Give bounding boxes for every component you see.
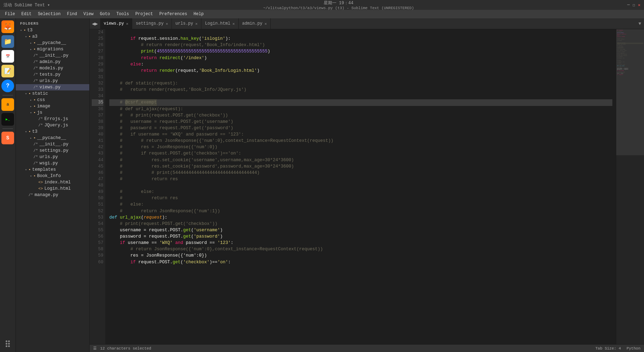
- tab-label: urls.py: [175, 21, 193, 26]
- selection-status: 12 characters selected: [100, 346, 151, 351]
- code-line-43: # if request.POST.get('checkbox')=='on':: [109, 150, 612, 157]
- tree-arrow: ▸: [28, 136, 33, 140]
- window-title: ~/vlitualpython/t3/a3/views.py (t3) - Su…: [50, 6, 627, 10]
- menu-selection[interactable]: Selection: [35, 11, 64, 17]
- sidebar-item-wsgi[interactable]: /* wsgi.py: [16, 160, 89, 166]
- sidebar-item-image[interactable]: ▸ ▪ image: [16, 103, 89, 109]
- menu-tools[interactable]: Tools: [114, 11, 132, 17]
- maximize-button[interactable]: ☐: [633, 2, 635, 8]
- tab-size-status[interactable]: Tab Size: 4: [595, 346, 621, 351]
- minimap-content: if request # return print(4555) return r…: [616, 29, 644, 344]
- sidebar-item-book-info[interactable]: ▾ ▪ Book_Info: [16, 173, 89, 179]
- tab-overflow-button[interactable]: ▼: [636, 21, 644, 26]
- tab-close-settings[interactable]: ✕: [166, 21, 168, 26]
- folder-icon: ▪: [28, 168, 31, 172]
- sidebar-item-pycache[interactable]: ▸ ▪ __pycache__: [16, 40, 89, 46]
- html-file-icon: <>: [38, 187, 43, 191]
- sidebar-item-t3[interactable]: ▾ ▪ t3: [16, 27, 89, 33]
- sidebar-item-errojs[interactable]: /* Errojs.js: [16, 116, 89, 122]
- tab-close-login[interactable]: ✕: [232, 21, 235, 26]
- menu-goto[interactable]: Goto: [97, 11, 113, 17]
- line-numbers: 24 25 26 27 28 29 30 31 32 33 34 35 36 3…: [90, 29, 106, 344]
- sidebar-item-urls-a3[interactable]: /* urls.py: [16, 78, 89, 84]
- menu-help[interactable]: Help: [191, 11, 207, 17]
- dock-dot-6: [8, 345, 10, 347]
- dock-dot-5: [6, 345, 7, 347]
- code-line-35: # @csrf_exempt: [109, 99, 612, 106]
- minimize-button[interactable]: —: [627, 2, 630, 7]
- top-bar-center: 星期一 19：44 ~/vlitualpython/t3/a3/views.py…: [50, 0, 627, 10]
- dock-terminal[interactable]: ▶_: [1, 113, 14, 126]
- code-line-32: # def static(request):: [109, 80, 612, 87]
- sidebar-item-admin[interactable]: /* admin.py: [16, 59, 89, 65]
- tab-admin-py[interactable]: admin.py ✕: [239, 18, 271, 29]
- sidebar-item-init[interactable]: /* __init__.py: [16, 52, 89, 59]
- sidebar-item-manage[interactable]: /* manage.py: [16, 192, 89, 198]
- dock-separator2: [2, 128, 13, 129]
- dock-sublime[interactable]: S: [1, 132, 14, 144]
- language-status[interactable]: Python: [626, 346, 640, 351]
- menu-preferences[interactable]: Preferences: [156, 11, 190, 17]
- close-button[interactable]: ✕: [638, 2, 640, 8]
- code-line-33: # return render(request,'Book_Info/JQuer…: [109, 87, 612, 93]
- code-editor: 24 25 26 27 28 29 30 31 32 33 34 35 36 3…: [90, 29, 644, 344]
- tab-close-admin[interactable]: ✕: [264, 21, 267, 26]
- dock-files[interactable]: 📁: [1, 35, 14, 48]
- code-line-41: # # return JsonResponse({'num':0},contex…: [109, 138, 612, 144]
- code-line-60: if request.POST.get('checkbox')=='on':: [109, 259, 612, 265]
- dock-amazon[interactable]: a: [1, 98, 14, 111]
- sidebar-item-migrations[interactable]: ▸ ▪ migrations: [16, 46, 89, 52]
- menu-file[interactable]: File: [2, 11, 18, 17]
- file-icon: /*: [33, 161, 38, 165]
- dock-firefox[interactable]: 🦊: [1, 20, 14, 33]
- code-line-25: if request.session.has_key('islogin'):: [109, 36, 612, 42]
- sidebar-item-pycache2[interactable]: ▸ ▪ __pycache__: [16, 135, 89, 141]
- code-line-42: # res = JsonResponse({'num':0}): [109, 144, 612, 150]
- folder-icon: ▪: [33, 136, 36, 140]
- menu-edit[interactable]: Edit: [19, 11, 34, 17]
- menu-view[interactable]: View: [80, 11, 96, 17]
- top-bar-right[interactable]: — ☐ ✕: [627, 2, 640, 8]
- menu-project[interactable]: Project: [133, 11, 156, 17]
- sidebar-item-init2[interactable]: /* __init__.py: [16, 141, 89, 147]
- dock-notes[interactable]: 📝: [1, 65, 14, 77]
- folder-icon: ▪: [24, 28, 26, 32]
- sidebar-item-templates[interactable]: ▾ ▪ templates: [16, 166, 89, 173]
- code-line-34: [109, 93, 612, 99]
- menu-find[interactable]: Find: [64, 11, 80, 17]
- tab-close-views[interactable]: ✕: [126, 21, 129, 26]
- folder-icon: ▪: [33, 41, 36, 45]
- sidebar-item-settings[interactable]: /* settings.py: [16, 147, 89, 154]
- dock-dot-3: [6, 343, 7, 345]
- code-line-36: # def url_ajax(request):: [109, 106, 612, 112]
- tab-urls-py[interactable]: urls.py ✕: [172, 18, 201, 29]
- sidebar-item-t3-sub[interactable]: ▾ ▪ t3: [16, 128, 89, 135]
- sidebar-item-index-html[interactable]: <> index.html: [16, 179, 89, 186]
- tab-login-html[interactable]: Login.html ✕: [201, 18, 239, 29]
- sidebar-item-jquery[interactable]: /* JQuery.js: [16, 122, 89, 128]
- code-line-37: # # print(request.POST.get('checkbox')): [109, 112, 612, 119]
- minimap[interactable]: if request # return print(4555) return r…: [616, 29, 644, 344]
- code-line-53: def url_ajax(request):: [109, 214, 612, 221]
- sidebar-item-static[interactable]: ▾ ▪ static: [16, 90, 89, 97]
- sidebar-item-models[interactable]: /* models.py: [16, 65, 89, 71]
- sidebar-toggle-button[interactable]: ◀▶: [90, 18, 100, 29]
- sidebar-item-tests[interactable]: /* tests.py: [16, 71, 89, 78]
- tab-settings-py[interactable]: settings.py ✕: [132, 18, 172, 29]
- sidebar-item-views[interactable]: /* views.py: [16, 84, 89, 90]
- dock-dot-1: [6, 340, 7, 342]
- sidebar-item-login-html[interactable]: <> Login.html: [16, 186, 89, 192]
- sidebar-item-a3[interactable]: ▾ ▪ a3: [16, 33, 89, 40]
- sidebar-item-css[interactable]: ▸ ▪ css: [16, 97, 89, 103]
- tree-arrow: ▾: [28, 111, 33, 115]
- tab-close-urls[interactable]: ✕: [195, 21, 198, 26]
- dock-help[interactable]: ?: [1, 80, 14, 92]
- folder-icon: ▪: [33, 174, 36, 178]
- code-content[interactable]: if request.session.has_key('islogin'): #…: [106, 29, 616, 344]
- code-line-29: else:: [109, 61, 612, 68]
- tab-views-py[interactable]: views.py ✕: [100, 18, 132, 29]
- sidebar-item-urls-t3[interactable]: /* urls.py: [16, 154, 89, 160]
- top-bar: 活动 Sublime Text ▾ 星期一 19：44 ~/vlitualpyt…: [0, 0, 644, 10]
- sidebar-item-js[interactable]: ▾ ▪ js: [16, 109, 89, 116]
- dock-calendar[interactable]: 📅: [1, 50, 14, 63]
